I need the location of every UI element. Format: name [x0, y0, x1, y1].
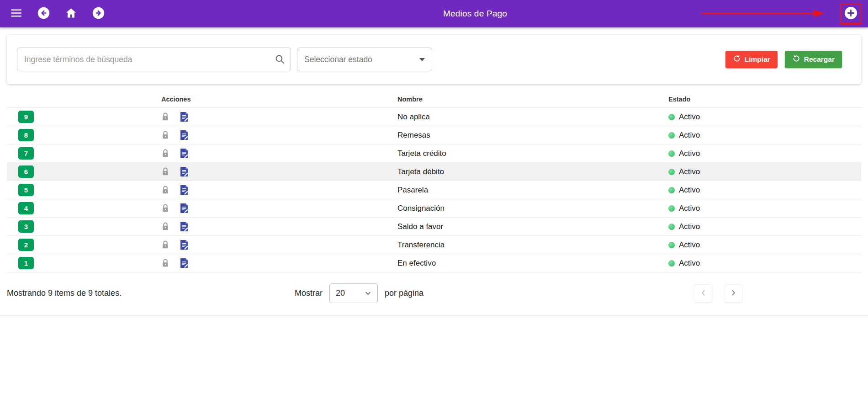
table-body: 9 No aplica Activo: [7, 108, 861, 272]
edit-record-icon[interactable]: [180, 130, 189, 140]
annotation-highlight-box: [840, 3, 862, 24]
edit-record-icon[interactable]: [180, 203, 189, 214]
row-estado-label: Activo: [679, 240, 700, 250]
status-dot: [668, 132, 675, 139]
table-header-row: Acciones Nombre Estado: [7, 91, 861, 108]
clear-button[interactable]: Limpiar: [725, 51, 778, 68]
status-dot: [668, 187, 675, 193]
payment-methods-table: Acciones Nombre Estado 9: [7, 91, 861, 272]
table-row[interactable]: 3 Saldo a favor Activo: [7, 218, 861, 236]
reload-button-label: Recargar: [804, 55, 835, 64]
row-estado-label: Activo: [679, 222, 700, 231]
home-button[interactable]: [65, 7, 77, 21]
chevron-right-icon: [729, 288, 738, 299]
row-nombre: Tarjeta crédito: [379, 149, 646, 158]
edit-record-icon[interactable]: [180, 148, 189, 159]
mostrar-label: Mostrar: [295, 288, 323, 298]
status-dot: [668, 260, 675, 267]
status-dot: [668, 169, 675, 175]
lock-icon[interactable]: [161, 167, 169, 176]
table-row[interactable]: 2 Transferencia Activo: [7, 236, 861, 254]
estado-select-value: Seleccionar estado: [304, 55, 372, 64]
status-dot: [668, 242, 675, 248]
lock-icon[interactable]: [161, 258, 169, 268]
row-id-badge: 8: [18, 129, 34, 141]
plus-circle-icon: [844, 6, 858, 21]
edit-record-icon[interactable]: [180, 185, 189, 195]
next-page-button[interactable]: [724, 284, 742, 303]
table-row[interactable]: 9 No aplica Activo: [7, 108, 861, 126]
row-nombre: En efectivo: [379, 259, 646, 268]
lock-icon[interactable]: [161, 149, 169, 158]
refresh-icon: [792, 54, 800, 64]
edit-record-icon[interactable]: [180, 221, 189, 232]
row-nombre: Saldo a favor: [379, 222, 646, 231]
row-estado-label: Activo: [679, 149, 700, 158]
row-id-badge: 4: [18, 202, 34, 214]
row-estado-label: Activo: [679, 167, 700, 176]
edit-record-icon[interactable]: [180, 258, 189, 268]
status-dot: [668, 205, 675, 212]
table-row[interactable]: 6 Tarjeta débito Activ: [7, 163, 861, 181]
edit-record-icon[interactable]: [180, 166, 189, 177]
lock-icon[interactable]: [161, 185, 169, 195]
row-id-badge: 5: [18, 184, 34, 196]
row-estado-label: Activo: [679, 186, 700, 195]
row-nombre: No aplica: [379, 112, 646, 122]
arrow-right-circle-icon: [92, 6, 105, 21]
pagination-footer: Mostrando 9 items de 9 totales. Mostrar …: [0, 273, 868, 315]
edit-record-icon[interactable]: [180, 240, 189, 250]
table-row[interactable]: 4 Consignación Activo: [7, 199, 861, 218]
table-row[interactable]: 5 Pasarela Activo: [7, 181, 861, 199]
lock-icon[interactable]: [161, 222, 169, 231]
status-dot: [668, 150, 675, 157]
table-row[interactable]: 7 Tarjeta crédito Acti: [7, 144, 861, 163]
lock-icon[interactable]: [161, 240, 169, 250]
reload-button[interactable]: Recargar: [785, 51, 842, 68]
row-nombre: Remesas: [379, 131, 646, 140]
lock-icon[interactable]: [161, 203, 169, 213]
chevron-down-icon: [365, 290, 371, 297]
hamburger-icon: [10, 7, 22, 21]
estado-select[interactable]: Seleccionar estado: [297, 48, 432, 71]
row-estado-label: Activo: [679, 259, 700, 268]
back-button[interactable]: [37, 6, 50, 21]
row-id-badge: 1: [18, 257, 34, 269]
row-nombre: Transferencia: [379, 240, 646, 250]
footer-divider: Mostrando 9 items de 9 totales. Mostrar …: [0, 273, 868, 315]
row-estado-label: Activo: [679, 204, 700, 213]
add-button[interactable]: [844, 6, 858, 21]
row-nombre: Pasarela: [379, 186, 646, 195]
clear-button-label: Limpiar: [745, 55, 770, 64]
row-nombre: Tarjeta débito: [379, 167, 646, 176]
row-id-badge: 3: [18, 220, 34, 233]
row-id-badge: 7: [18, 147, 34, 160]
search-icon: [275, 54, 285, 66]
annotation-arrow: [700, 9, 825, 18]
lock-icon[interactable]: [161, 130, 169, 140]
chevron-left-icon: [699, 288, 708, 299]
chevron-down-icon: [419, 58, 425, 61]
prev-page-button[interactable]: [694, 284, 712, 303]
forward-button[interactable]: [92, 6, 105, 21]
header-estado: Estado: [646, 96, 861, 103]
table-row[interactable]: 8 Remesas Activo: [7, 126, 861, 144]
arrow-left-circle-icon: [37, 6, 50, 21]
edit-record-icon[interactable]: [180, 112, 189, 122]
per-page-value: 20: [336, 288, 345, 298]
status-dot: [668, 224, 675, 230]
row-estado-label: Activo: [679, 112, 700, 122]
row-id-badge: 6: [18, 165, 34, 178]
row-nombre: Consignación: [379, 204, 646, 213]
table-row[interactable]: 1 En efectivo Activo: [7, 254, 861, 272]
search-input[interactable]: [17, 48, 291, 71]
per-page-select[interactable]: 20: [329, 283, 378, 303]
page-title: Medios de Pago: [443, 9, 507, 19]
menu-button[interactable]: [10, 7, 22, 21]
lock-icon[interactable]: [161, 112, 169, 122]
filter-card: Seleccionar estado Limpiar Recargar: [7, 35, 861, 84]
row-estado-label: Activo: [679, 131, 700, 140]
home-icon: [65, 7, 77, 21]
recycle-icon: [733, 54, 741, 64]
row-id-badge: 9: [18, 111, 34, 123]
